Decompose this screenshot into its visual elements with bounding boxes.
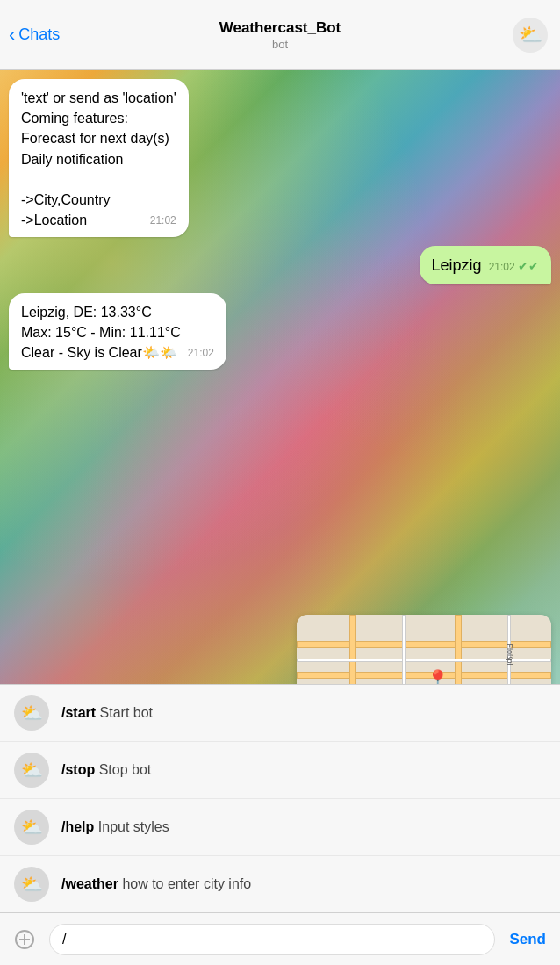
command-stop[interactable]: ⛅ /stop Stop bot xyxy=(0,742,560,799)
bot-name: Weathercast_Bot xyxy=(219,19,341,37)
bot-subtitle: bot xyxy=(219,38,341,51)
message-text-3: Leipzig, DE: 13.33°C Max: 15°C - Min: 11… xyxy=(21,305,181,360)
send-button[interactable]: Send xyxy=(504,931,551,948)
avatar-emoji: ⛅ xyxy=(519,24,542,47)
command-start[interactable]: ⛅ /start Start bot xyxy=(0,685,560,742)
header-center: Weathercast_Bot bot xyxy=(219,19,341,51)
double-check-icon: ✔✔ xyxy=(518,259,539,273)
command-stop-icon: ⛅ xyxy=(14,753,49,788)
message-time-2: 21:02 ✔✔ xyxy=(489,258,539,276)
avatar[interactable]: ⛅ xyxy=(513,18,548,53)
command-start-icon: ⛅ xyxy=(14,695,49,731)
input-bar: Send xyxy=(0,912,560,965)
attach-button[interactable] xyxy=(9,924,40,955)
command-weather-icon: ⛅ xyxy=(14,867,49,902)
command-help-text: /help Input styles xyxy=(61,819,169,835)
message-time-1: 21:02 xyxy=(150,213,176,228)
back-button[interactable]: ‹ Chats xyxy=(9,24,60,47)
map-street-label: Floßpl xyxy=(506,643,514,665)
chat-header: ‹ Chats Weathercast_Bot bot ⛅ xyxy=(0,0,560,70)
message-incoming-1: 'text' or send as 'location' Coming feat… xyxy=(9,79,189,237)
message-text-2: Leipzig xyxy=(432,256,482,274)
chat-background: 'text' or send as 'location' Coming feat… xyxy=(0,70,560,711)
message-input[interactable] xyxy=(49,924,495,955)
back-label: Chats xyxy=(18,25,60,44)
message-incoming-2: Leipzig, DE: 13.33°C Max: 15°C - Min: 11… xyxy=(9,293,226,371)
command-start-text: /start Start bot xyxy=(61,705,153,721)
command-weather-text: /weather how to enter city info xyxy=(61,876,251,892)
message-outgoing: Leipzig 21:02 ✔✔ xyxy=(420,246,551,284)
command-weather[interactable]: ⛅ /weather how to enter city info xyxy=(0,856,560,912)
command-help[interactable]: ⛅ /help Input styles xyxy=(0,799,560,856)
command-help-icon: ⛅ xyxy=(14,810,49,845)
message-text-1: 'text' or send as 'location' Coming feat… xyxy=(21,90,176,227)
commands-list: ⛅ /start Start bot ⛅ /stop Stop bot ⛅ /h… xyxy=(0,684,560,912)
back-chevron-icon: ‹ xyxy=(9,24,15,47)
message-time-3: 21:02 xyxy=(188,346,214,361)
command-stop-text: /stop Stop bot xyxy=(61,762,151,778)
